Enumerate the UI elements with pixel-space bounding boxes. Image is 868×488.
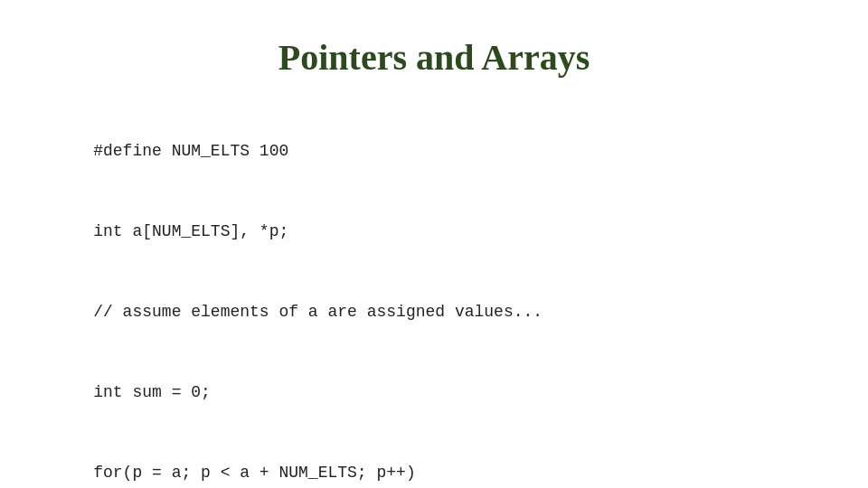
code-line-2: int a[NUM_ELTS], *p; <box>93 222 288 240</box>
slide-container: Pointers and Arrays #define NUM_ELTS 100… <box>0 0 868 488</box>
code-block: #define NUM_ELTS 100 int a[NUM_ELTS], *p… <box>54 111 542 488</box>
code-line-3: // assume elements of a are assigned val… <box>93 303 542 321</box>
code-line-1: #define NUM_ELTS 100 <box>93 142 288 160</box>
code-line-4: int sum = 0; <box>93 383 211 401</box>
slide-title: Pointers and Arrays <box>54 36 814 79</box>
code-line-5: for(p = a; p < a + NUM_ELTS; p++) <box>93 464 415 482</box>
